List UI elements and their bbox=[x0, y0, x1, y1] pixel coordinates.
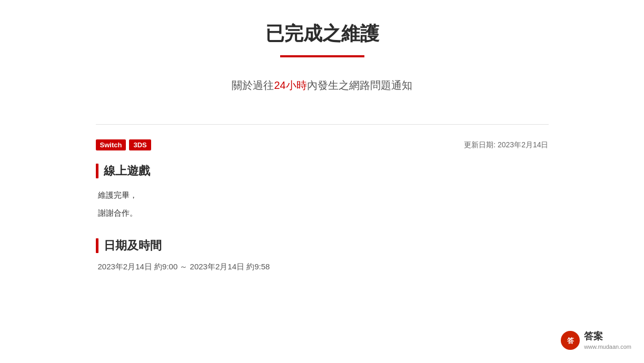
subtitle-part2: 內發生之網路問題通知 bbox=[307, 79, 412, 91]
section-title-bar bbox=[96, 164, 98, 178]
watermark-url: www.mudaan.com bbox=[584, 343, 631, 350]
tag-switch: Switch bbox=[96, 139, 126, 150]
meta-row: Switch 3DS 更新日期: 2023年2月14日 bbox=[96, 139, 549, 150]
content-line-2: 謝謝合作。 bbox=[98, 205, 549, 221]
content-line-1: 維護完畢， bbox=[98, 187, 549, 203]
watermark-logo: 答 bbox=[561, 331, 580, 350]
update-date: 更新日期: 2023年2月14日 bbox=[464, 140, 548, 150]
section-title-bar-2 bbox=[96, 238, 98, 253]
section-heading-online-games: 線上遊戲 bbox=[104, 163, 150, 179]
section-title-date-time: 日期及時間 bbox=[96, 238, 549, 254]
watermark-brand: 答案 bbox=[584, 330, 631, 342]
divider bbox=[96, 124, 549, 125]
section-online-games: 線上遊戲 維護完畢， 謝謝合作。 bbox=[96, 163, 549, 221]
watermark: 答 答案 www.mudaan.com bbox=[561, 330, 631, 350]
subtitle-highlight: 24小時 bbox=[274, 79, 306, 91]
date-time-value: 2023年2月14日 約9:00 ～ 2023年2月14日 約9:58 bbox=[96, 262, 549, 272]
subtitle-part1: 關於過往 bbox=[232, 79, 274, 91]
svg-text:答: 答 bbox=[567, 337, 574, 345]
section-title-online-games: 線上遊戲 bbox=[96, 163, 549, 179]
tag-3ds: 3DS bbox=[129, 139, 151, 150]
section-heading-date-time: 日期及時間 bbox=[104, 238, 162, 254]
page-title: 已完成之維護 bbox=[96, 21, 549, 47]
subtitle: 關於過往24小時內發生之網路問題通知 bbox=[96, 78, 549, 93]
watermark-text: 答案 www.mudaan.com bbox=[584, 330, 631, 350]
section-content-online-games: 維護完畢， 謝謝合作。 bbox=[96, 187, 549, 221]
section-date-time: 日期及時間 2023年2月14日 約9:00 ～ 2023年2月14日 約9:5… bbox=[96, 238, 549, 272]
watermark-logo-svg: 答 bbox=[563, 333, 578, 348]
title-underline bbox=[280, 55, 364, 57]
tags-container: Switch 3DS bbox=[96, 139, 151, 150]
